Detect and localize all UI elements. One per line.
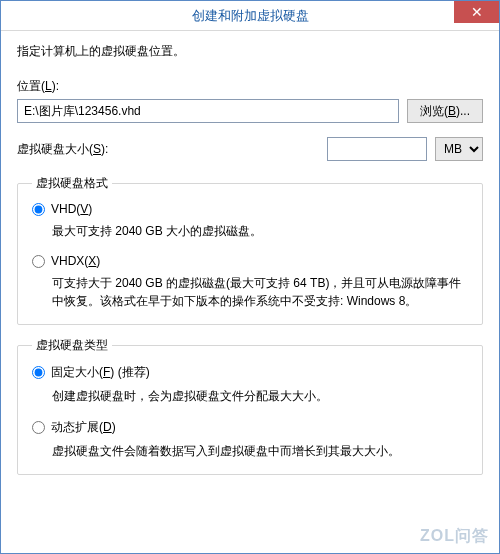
instruction-text: 指定计算机上的虚拟硬盘位置。: [17, 43, 483, 60]
browse-button[interactable]: 浏览(B)...: [407, 99, 483, 123]
location-label: 位置(L):: [17, 78, 483, 95]
close-icon: ✕: [471, 5, 483, 19]
format-vhdx-block: VHDX(X) 可支持大于 2040 GB 的虚拟磁盘(最大可支持 64 TB)…: [32, 254, 468, 310]
size-unit-select[interactable]: MB: [435, 137, 483, 161]
type-legend: 虚拟硬盘类型: [32, 337, 112, 354]
type-group: 虚拟硬盘类型 固定大小(F) (推荐) 创建虚拟硬盘时，会为虚拟硬盘文件分配最大…: [17, 337, 483, 475]
close-button[interactable]: ✕: [454, 1, 499, 23]
type-fixed-label: 固定大小(F) (推荐): [51, 364, 150, 381]
format-vhdx-desc: 可支持大于 2040 GB 的虚拟磁盘(最大可支持 64 TB)，并且可从电源故…: [52, 274, 468, 310]
watermark: ZOL问答: [420, 526, 489, 547]
format-vhd-radio[interactable]: VHD(V): [32, 202, 468, 216]
type-fixed-desc: 创建虚拟硬盘时，会为虚拟硬盘文件分配最大大小。: [52, 387, 468, 405]
type-fixed-radio[interactable]: 固定大小(F) (推荐): [32, 364, 468, 381]
size-input[interactable]: [327, 137, 427, 161]
format-vhdx-input[interactable]: [32, 255, 45, 268]
window-title: 创建和附加虚拟硬盘: [192, 7, 309, 25]
format-vhd-desc: 最大可支持 2040 GB 大小的虚拟磁盘。: [52, 222, 468, 240]
type-dynamic-input[interactable]: [32, 421, 45, 434]
type-dynamic-radio[interactable]: 动态扩展(D): [32, 419, 468, 436]
format-group: 虚拟硬盘格式 VHD(V) 最大可支持 2040 GB 大小的虚拟磁盘。 VHD…: [17, 175, 483, 325]
format-vhd-label: VHD(V): [51, 202, 92, 216]
location-input[interactable]: [17, 99, 399, 123]
dialog-content: 指定计算机上的虚拟硬盘位置。 位置(L): 浏览(B)... 虚拟硬盘大小(S)…: [1, 31, 499, 475]
format-vhdx-radio[interactable]: VHDX(X): [32, 254, 468, 268]
location-row: 浏览(B)...: [17, 99, 483, 123]
type-dynamic-desc: 虚拟硬盘文件会随着数据写入到虚拟硬盘中而增长到其最大大小。: [52, 442, 468, 460]
size-label: 虚拟硬盘大小(S):: [17, 141, 108, 158]
titlebar: 创建和附加虚拟硬盘 ✕: [1, 1, 499, 31]
format-vhd-input[interactable]: [32, 203, 45, 216]
type-dynamic-label: 动态扩展(D): [51, 419, 116, 436]
size-row: 虚拟硬盘大小(S): MB: [17, 137, 483, 161]
format-vhdx-label: VHDX(X): [51, 254, 100, 268]
type-fixed-input[interactable]: [32, 366, 45, 379]
type-dynamic-block: 动态扩展(D) 虚拟硬盘文件会随着数据写入到虚拟硬盘中而增长到其最大大小。: [32, 419, 468, 460]
type-fixed-block: 固定大小(F) (推荐) 创建虚拟硬盘时，会为虚拟硬盘文件分配最大大小。: [32, 364, 468, 405]
format-vhd-block: VHD(V) 最大可支持 2040 GB 大小的虚拟磁盘。: [32, 202, 468, 240]
format-legend: 虚拟硬盘格式: [32, 175, 112, 192]
